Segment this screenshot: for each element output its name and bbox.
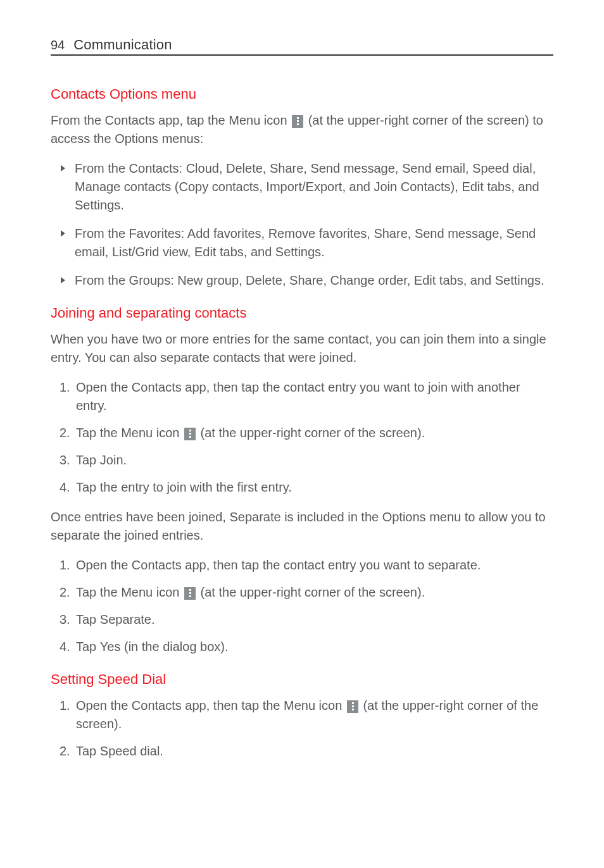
text-fragment: Open the [76, 558, 132, 572]
list-item: 3. Tap Join. [62, 451, 553, 469]
bold-contacts: Contacts [105, 113, 155, 127]
list-item: From the Contacts: Cloud, Delete, Share,… [62, 159, 553, 214]
text-fragment: icon [315, 698, 346, 712]
page-header: 94 Communication [51, 37, 553, 56]
text-fragment: (at the upper-right corner of the screen… [197, 585, 425, 599]
text-fragment: . [123, 453, 127, 467]
bold-speed-dial: Speed dial [100, 744, 160, 758]
list-number: 1. [60, 697, 70, 715]
text-fragment: icon [153, 426, 183, 440]
text-fragment: From the [75, 273, 129, 287]
bold-separate: Separate [229, 510, 280, 524]
list-number: 4. [60, 638, 70, 656]
bold-menu: Menu [284, 698, 315, 712]
list-item: 1. Open the Contacts app, then tap the c… [62, 556, 553, 574]
triangle-icon [61, 277, 65, 283]
text-fragment: app, then tap the [182, 698, 284, 712]
list-item: 2. Tap the Menu icon (at the upper-right… [62, 583, 553, 602]
bullet-list-options: From the Contacts: Cloud, Delete, Share,… [62, 159, 553, 290]
menu-icon [292, 115, 303, 128]
text-fragment: : New group, Delete, Share, Change order… [170, 273, 544, 287]
text-fragment: Tap the [76, 426, 121, 440]
text-fragment: Tap [76, 640, 100, 654]
header-title: Communication [73, 37, 172, 53]
text-fragment: app, then tap the contact entry you want… [182, 558, 481, 572]
list-number: 3. [60, 611, 70, 629]
intro-paragraph-2: When you have two or more entries for th… [51, 330, 553, 367]
list-item: 2. Tap the Menu icon (at the upper-right… [62, 424, 553, 442]
text-fragment: app, tap the [155, 113, 229, 127]
list-item: From the Groups: New group, Delete, Shar… [62, 271, 553, 290]
list-item: 3. Tap Separate. [62, 611, 553, 629]
list-item: From the Favorites: Add favorites, Remov… [62, 225, 553, 261]
text-fragment: . [151, 612, 155, 626]
intro-paragraph-1: From the Contacts app, tap the Menu icon… [51, 111, 553, 148]
list-number: 2. [60, 583, 70, 602]
bold-contacts: Contacts [129, 161, 179, 175]
text-fragment: icon [153, 585, 183, 599]
list-item: 1. Open the Contacts app, then tap the M… [62, 697, 553, 733]
list-item: 2. Tap Speed dial. [62, 742, 553, 760]
bold-menu: Menu [229, 113, 260, 127]
text-fragment: Tap the entry to join with the first ent… [76, 480, 292, 494]
text-fragment: (at the upper-right corner of the screen… [197, 426, 425, 440]
section-heading-speed-dial: Setting Speed Dial [51, 671, 553, 688]
bold-menu: Menu [121, 426, 153, 440]
text-fragment: Open the [76, 380, 132, 394]
bold-contacts: Contacts [132, 698, 182, 712]
numbered-list-speed-dial: 1. Open the Contacts app, then tap the M… [62, 697, 553, 760]
text-fragment: Tap the [76, 585, 121, 599]
text-fragment: From the [75, 226, 129, 240]
text-fragment: icon [260, 113, 291, 127]
text-fragment: From the [51, 113, 105, 127]
bold-contacts: Contacts [132, 558, 182, 572]
list-item: 4. Tap Yes (in the dialog box). [62, 638, 553, 656]
menu-icon [184, 428, 196, 440]
list-item: 1. Open the Contacts app, then tap the c… [62, 378, 553, 415]
text-fragment: Open the [76, 698, 132, 712]
bold-groups: Groups [129, 273, 171, 287]
text-fragment: Tap [76, 453, 100, 467]
text-fragment: From the [75, 161, 129, 175]
list-number: 2. [60, 424, 70, 442]
section-heading-joining: Joining and separating contacts [51, 305, 553, 321]
section-heading-contacts-options: Contacts Options menu [51, 86, 553, 102]
triangle-icon [61, 230, 65, 237]
list-number: 4. [60, 478, 70, 497]
list-number: 1. [60, 556, 70, 574]
menu-icon [184, 587, 196, 600]
mid-paragraph: Once entries have been joined, Separate … [51, 508, 553, 545]
text-fragment: Tap [76, 612, 100, 626]
bold-yes: Yes [100, 640, 121, 654]
numbered-list-join: 1. Open the Contacts app, then tap the c… [62, 378, 553, 497]
text-fragment: Once entries have been joined, [51, 510, 229, 524]
menu-icon [347, 700, 358, 713]
text-fragment: Tap [76, 744, 100, 758]
bold-favorites: Favorites [129, 226, 181, 240]
bold-contacts: Contacts [132, 380, 182, 394]
bold-join: Join [100, 453, 123, 467]
list-number: 1. [60, 378, 70, 397]
list-number: 3. [60, 451, 70, 469]
bold-separate: Separate [100, 612, 151, 626]
triangle-icon [61, 165, 65, 171]
text-fragment: (in the dialog box). [120, 640, 228, 654]
numbered-list-separate: 1. Open the Contacts app, then tap the c… [62, 556, 553, 656]
page-number: 94 [51, 38, 65, 53]
text-fragment: . [160, 744, 163, 758]
bold-menu: Menu [121, 585, 153, 599]
list-number: 2. [60, 742, 70, 760]
list-item: 4. Tap the entry to join with the first … [62, 478, 553, 497]
